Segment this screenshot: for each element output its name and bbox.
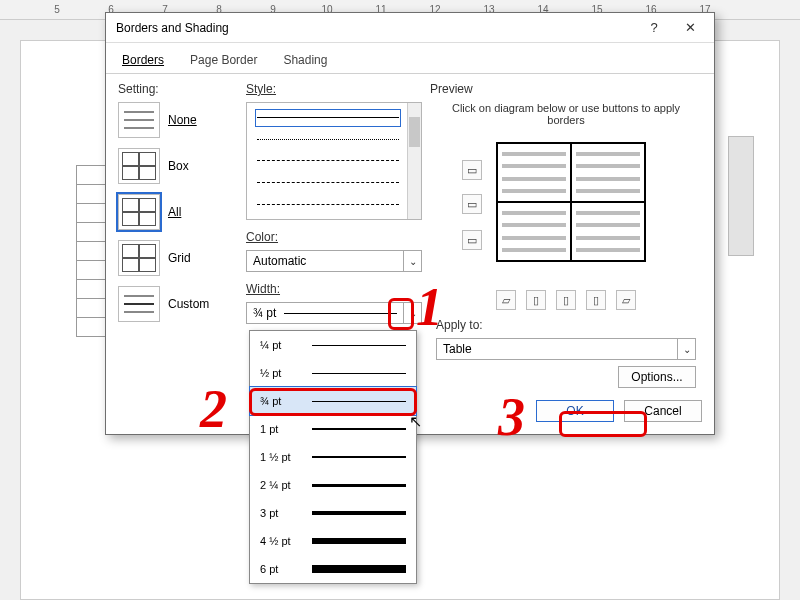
width-option-label: 1 ½ pt (260, 451, 302, 463)
border-right-button[interactable]: ▯ (586, 290, 606, 310)
width-option-line (312, 428, 406, 430)
border-vertical-buttons: ▱ ▯ ▯ ▯ ▱ (430, 290, 702, 316)
style-dashed-small[interactable] (257, 154, 399, 168)
width-option-label: 6 pt (260, 563, 302, 575)
options-button[interactable]: Options... (618, 366, 696, 388)
tab-strip: Borders Page Border Shading (106, 43, 714, 74)
tab-page-border[interactable]: Page Border (186, 49, 261, 73)
width-option[interactable]: 1 pt (250, 415, 416, 443)
width-option-line (312, 401, 406, 402)
width-dropdown[interactable]: ¾ pt ⌄ (246, 302, 422, 324)
grid-icon (118, 240, 160, 276)
width-option-label: 1 pt (260, 423, 302, 435)
width-option-line (312, 484, 406, 487)
all-icon (118, 194, 160, 230)
setting-all[interactable]: All (118, 194, 238, 230)
preview-diagram-area: ▭ ▭ ▭ (436, 132, 696, 282)
border-bottom-button[interactable]: ▭ (462, 230, 482, 250)
setting-custom[interactable]: Custom (118, 286, 238, 322)
border-vmiddle-button[interactable]: ▯ (556, 290, 576, 310)
titlebar: Borders and Shading ? ✕ (106, 13, 714, 43)
style-scrollbar[interactable] (407, 103, 421, 219)
border-diag2-button[interactable]: ▱ (616, 290, 636, 310)
tab-shading[interactable]: Shading (279, 49, 331, 73)
custom-icon (118, 286, 160, 322)
width-option[interactable]: ¼ pt (250, 331, 416, 359)
table-row-handles (76, 165, 108, 336)
border-hmiddle-button[interactable]: ▭ (462, 194, 482, 214)
width-label: Width: (246, 282, 422, 296)
style-listbox[interactable] (246, 102, 422, 220)
preview-diagram[interactable] (496, 142, 646, 262)
width-option[interactable]: ½ pt (250, 359, 416, 387)
preview-hint: Click on diagram below or use buttons to… (430, 102, 702, 132)
applyto-dropdown[interactable]: Table ⌄ (436, 338, 696, 360)
width-option[interactable]: 4 ½ pt (250, 527, 416, 555)
chevron-down-icon: ⌄ (403, 303, 421, 323)
style-label: Style: (246, 82, 422, 96)
close-button[interactable]: ✕ (672, 15, 708, 41)
style-dotted[interactable] (257, 132, 399, 146)
width-option-label: 4 ½ pt (260, 535, 302, 547)
width-option-label: ¼ pt (260, 339, 302, 351)
width-option-line (312, 511, 406, 515)
width-option-label: 2 ¼ pt (260, 479, 302, 491)
applyto-label: Apply to: (436, 318, 696, 332)
border-left-button[interactable]: ▯ (526, 290, 546, 310)
style-solid[interactable] (257, 111, 399, 125)
cursor-icon: ↖ (409, 412, 422, 431)
color-dropdown[interactable]: Automatic ⌄ (246, 250, 422, 272)
style-dashed-medium[interactable] (257, 176, 399, 190)
border-top-button[interactable]: ▭ (462, 160, 482, 180)
chevron-down-icon: ⌄ (677, 339, 695, 359)
cancel-button[interactable]: Cancel (624, 400, 702, 422)
tab-borders[interactable]: Borders (118, 49, 168, 73)
ok-button[interactable]: OK (536, 400, 614, 422)
color-label: Color: (246, 230, 422, 244)
width-option[interactable]: 3 pt (250, 499, 416, 527)
setting-label: Setting: (118, 82, 238, 96)
dialog-title: Borders and Shading (116, 21, 636, 35)
preview-label: Preview (430, 82, 702, 96)
width-option[interactable]: 1 ½ pt (250, 443, 416, 471)
width-option-line (312, 456, 406, 458)
width-option-line (312, 538, 406, 544)
width-option-line (312, 565, 406, 573)
setting-none[interactable]: None (118, 102, 238, 138)
width-option-line (312, 373, 406, 374)
table-right-edge (728, 136, 754, 256)
width-option[interactable]: ¾ pt (250, 387, 416, 415)
none-icon (118, 102, 160, 138)
box-icon (118, 148, 160, 184)
width-option[interactable]: 6 pt (250, 555, 416, 583)
setting-box[interactable]: Box (118, 148, 238, 184)
help-button[interactable]: ? (636, 15, 672, 41)
setting-grid[interactable]: Grid (118, 240, 238, 276)
width-option-label: 3 pt (260, 507, 302, 519)
style-dashdot[interactable] (257, 197, 399, 211)
width-dropdown-list[interactable]: ¼ pt½ pt¾ pt1 pt1 ½ pt2 ¼ pt3 pt4 ½ pt6 … (249, 330, 417, 584)
width-option-label: ½ pt (260, 367, 302, 379)
width-option[interactable]: 2 ¼ pt (250, 471, 416, 499)
width-option-line (312, 345, 406, 346)
chevron-down-icon: ⌄ (403, 251, 421, 271)
width-option-label: ¾ pt (260, 395, 302, 407)
border-diag1-button[interactable]: ▱ (496, 290, 516, 310)
